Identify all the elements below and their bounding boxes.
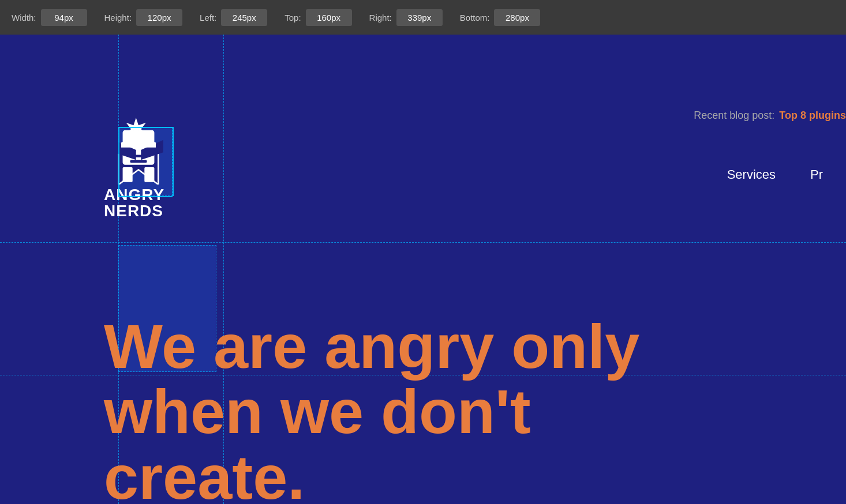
measure-bottom bbox=[118, 196, 173, 197]
left-value: 245px bbox=[221, 9, 267, 26]
nav-area: Services Pr bbox=[727, 167, 846, 182]
top-label: Top: bbox=[285, 13, 301, 22]
height-label: Height: bbox=[104, 13, 132, 22]
left-label: Left: bbox=[200, 13, 216, 22]
nav-item-services[interactable]: Services bbox=[727, 167, 776, 182]
blog-label: Recent blog post: bbox=[694, 110, 774, 122]
top-value: 160px bbox=[306, 9, 352, 26]
svg-rect-10 bbox=[144, 167, 154, 182]
bottom-value: 280px bbox=[494, 9, 540, 26]
logo-text: ANGRY NERDS bbox=[104, 187, 173, 219]
hero-line-2: when we don't create. bbox=[104, 379, 742, 504]
logo-icon bbox=[104, 115, 173, 185]
left-field: Left: 245px bbox=[200, 9, 267, 26]
measure-left bbox=[118, 127, 119, 196]
canvas-area: Recent blog post: Top 8 plugins bbox=[0, 35, 846, 504]
top-field: Top: 160px bbox=[285, 9, 351, 26]
logo-container[interactable]: ANGRY NERDS bbox=[104, 115, 173, 219]
right-field: Right: 339px bbox=[369, 9, 443, 26]
guide-line-horizontal-1 bbox=[0, 242, 846, 243]
right-value: 339px bbox=[396, 9, 443, 26]
hero-text: We are angry only when we don't create. bbox=[0, 314, 846, 504]
width-field: Width: 94px bbox=[12, 9, 87, 26]
measure-right bbox=[173, 127, 174, 196]
height-field: Height: 120px bbox=[104, 9, 183, 26]
svg-rect-7 bbox=[133, 155, 143, 157]
measure-top bbox=[118, 127, 173, 128]
nav-item-partial: Pr bbox=[810, 167, 823, 182]
bottom-label: Bottom: bbox=[460, 13, 490, 22]
right-label: Right: bbox=[369, 13, 392, 22]
height-value: 120px bbox=[136, 9, 182, 26]
hero-line-1: We are angry only bbox=[104, 314, 742, 379]
width-value: 94px bbox=[41, 9, 87, 26]
svg-rect-8 bbox=[130, 160, 147, 163]
blog-bar: Recent blog post: Top 8 plugins bbox=[694, 110, 846, 122]
width-label: Width: bbox=[12, 13, 36, 22]
svg-rect-9 bbox=[123, 167, 133, 182]
toolbar: Width: 94px Height: 120px Left: 245px To… bbox=[0, 0, 846, 35]
blog-link[interactable]: Top 8 plugins bbox=[779, 110, 846, 122]
bottom-field: Bottom: 280px bbox=[460, 9, 541, 26]
